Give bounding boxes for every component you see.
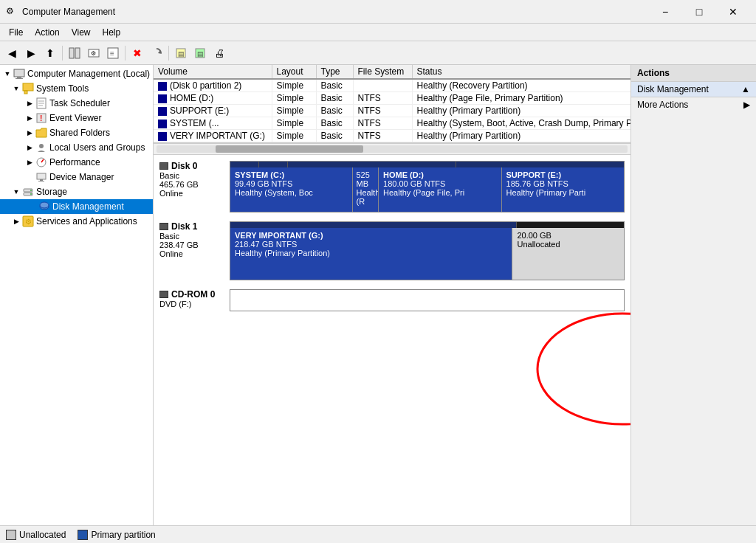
tree-device-manager-label: Device Manager [49,172,114,182]
svg-text:▤: ▤ [197,50,204,58]
console-btn[interactable]: ⚙ [85,44,103,62]
expand-storage[interactable]: ▼ [10,188,22,196]
disk0-p2-name: 525 MB [356,170,375,188]
cell-volume: (Disk 0 partition 2) [154,79,272,92]
cdrom0-title: CD-ROM 0 [159,289,225,300]
svg-text:⚙: ⚙ [25,218,32,226]
col-volume[interactable]: Volume [154,65,272,79]
table-row[interactable]: SUPPORT (E:) Simple Basic NTFS Healthy (… [154,105,630,117]
cell-fs: NTFS [353,92,412,105]
menu-help[interactable]: Help [97,26,127,39]
cdrom0-icon [159,291,168,298]
svg-text:≡: ≡ [110,49,114,58]
hscroll-bar[interactable] [154,143,630,155]
tree-storage[interactable]: ▼ Storage [0,184,153,199]
disk0-info: Disk 0 Basic 465.76 GB Online [159,161,230,212]
tree-device-manager[interactable]: Device Manager [0,170,153,184]
cell-volume: SUPPORT (E:) [154,105,272,117]
menu-view[interactable]: View [66,26,97,39]
tree-services-apps[interactable]: ▶ ⚙ Services and Applications [0,214,153,229]
tree-disk-management[interactable]: Disk Management [0,199,153,214]
svg-point-22 [39,144,44,148]
app-icon: ⚙ [6,6,18,18]
disk0-p4-status: Healthy (Primary Parti [506,188,619,197]
cell-layout: Simple [272,79,316,92]
disk1-p1-name: VERY IMPORTANT (G:) [235,231,507,240]
tree-local-users[interactable]: ▶ Local Users and Groups [0,140,153,155]
window-controls: − □ ✕ [648,0,750,24]
disk0-p4[interactable]: SUPPORT (E:) 185.76 GB NTFS Healthy (Pri… [502,167,624,212]
expand-shared-folders[interactable]: ▶ [24,129,35,136]
tree-shared-folders[interactable]: ▶ Shared Folders [0,125,153,140]
actions-more-arrow: ▶ [743,100,750,110]
cell-volume: SYSTEM (... [154,117,272,130]
svg-rect-26 [38,181,44,181]
cell-layout: Simple [272,117,316,130]
disk0-row: Disk 0 Basic 465.76 GB Online [159,161,625,212]
tree-performance-label: Performance [49,157,100,167]
disk0-p3[interactable]: HOME (D:) 180.00 GB NTFS Healthy (Page F… [379,167,501,212]
minimize-button[interactable]: − [648,0,682,24]
svg-rect-15 [24,91,27,94]
tree-system-tools[interactable]: ▼ System Tools [0,81,153,96]
print-btn[interactable]: 🖨 [210,44,228,62]
tree-performance[interactable]: ▶ Performance [0,155,153,170]
tree-root[interactable]: ▼ Computer Management (Local) [0,66,153,81]
maximize-button[interactable]: □ [682,0,716,24]
close-button[interactable]: ✕ [716,0,750,24]
up-button[interactable]: ⬆ [41,44,59,62]
menu-file[interactable]: File [3,26,29,39]
expand-event-viewer[interactable]: ▶ [24,114,35,122]
col-layout[interactable]: Layout [272,65,316,79]
actions-panel: Actions Disk Management ▲ More Actions ▶ [630,65,756,525]
disk1-partitions: VERY IMPORTANT (G:) 218.47 GB NTFS Healt… [230,228,624,280]
disk1-row: Disk 1 Basic 238.47 GB Online VER [159,221,625,280]
disk0-p1-size: 99.49 GB NTFS [235,179,348,188]
disk0-p1-name: SYSTEM (C:) [235,170,348,179]
export-btn[interactable]: ▤ [172,44,190,62]
disk1-p1[interactable]: VERY IMPORTANT (G:) 218.47 GB NTFS Healt… [230,228,512,280]
actions-more-actions[interactable]: More Actions ▶ [631,97,756,112]
disk0-size: 465.76 GB [159,180,225,189]
expand-performance[interactable]: ▶ [24,159,35,166]
col-type[interactable]: Type [316,65,353,79]
back-button[interactable]: ◀ [3,44,21,62]
tree-panel: ▼ Computer Management (Local) ▼ System T… [0,65,154,525]
tree-task-scheduler[interactable]: ▶ Task Scheduler [0,96,153,111]
table-row[interactable]: HOME (D:) Simple Basic NTFS Healthy (Pag… [154,92,630,105]
expand-local-users[interactable]: ▶ [24,144,35,151]
expand-task-scheduler[interactable]: ▶ [24,100,35,107]
disk1-visual: VERY IMPORTANT (G:) 218.47 GB NTFS Healt… [230,221,625,280]
table-row[interactable]: VERY IMPORTANT (G:) Simple Basic NTFS He… [154,130,630,142]
table-row[interactable]: (Disk 0 partition 2) Simple Basic Health… [154,79,630,92]
menu-action[interactable]: Action [29,26,65,39]
delete-btn[interactable]: ✖ [128,44,146,62]
cdrom0-type: DVD (F:) [159,300,225,308]
cell-layout: Simple [272,92,316,105]
disk1-p2-unalloc[interactable]: 20.00 GB Unallocated [512,228,624,280]
cdrom0-name: CD-ROM 0 [171,289,215,300]
disk0-icon [159,162,168,170]
properties-btn[interactable]: ≡ [104,44,122,62]
show-hide-btn[interactable] [66,44,83,62]
svg-point-29 [30,190,32,191]
disk0-p2[interactable]: 525 MB Healthy (R [353,167,379,212]
expand-root[interactable]: ▼ [1,70,13,77]
refresh-btn[interactable] [148,44,165,62]
import-btn[interactable]: ▤ [191,44,209,62]
forward-button[interactable]: ▶ [22,44,40,62]
tree-event-viewer[interactable]: ▶ ! Event Viewer [0,111,153,125]
table-area: Volume Layout Type File System Status (D… [154,65,630,143]
disk0-p1[interactable]: SYSTEM (C:) 99.49 GB NTFS Healthy (Syste… [230,167,353,212]
cell-layout: Simple [272,130,316,142]
col-status[interactable]: Status [412,65,630,79]
toolbar-sep-1 [62,46,63,60]
actions-disk-management[interactable]: Disk Management ▲ [631,82,756,97]
expand-services-apps[interactable]: ▶ [10,218,22,225]
expand-system-tools[interactable]: ▼ [10,85,22,92]
tree-event-viewer-label: Event Viewer [49,113,101,123]
col-fs[interactable]: File System [353,65,412,79]
table-row[interactable]: SYSTEM (... Simple Basic NTFS Healthy (S… [154,117,630,130]
title-bar: ⚙ Computer Management − □ ✕ [0,0,756,24]
disk0-p4-name: SUPPORT (E:) [506,170,619,179]
